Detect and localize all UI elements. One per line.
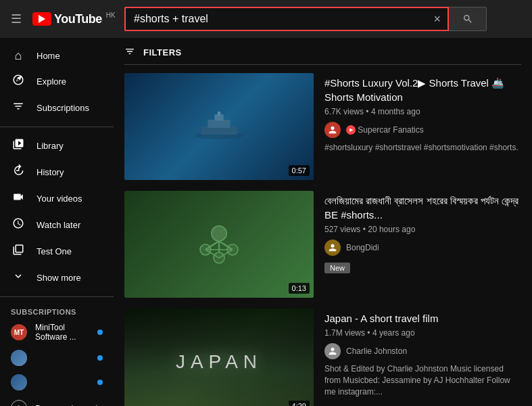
channel-name-2: BongDidi — [346, 243, 379, 252]
filters-icon — [124, 46, 135, 59]
result-title-3[interactable]: Japan - A short travel film — [324, 311, 521, 325]
home-icon: ⌂ — [11, 49, 26, 63]
hamburger-icon[interactable]: ☰ — [11, 12, 22, 26]
sub3-avatar — [11, 374, 27, 390]
sidebar-item-home-label: Home — [37, 51, 60, 61]
new-badge: New — [324, 263, 350, 273]
explore-icon — [11, 74, 26, 89]
result-meta-2: 527 views • 20 hours ago — [324, 225, 521, 234]
svg-rect-3 — [214, 114, 223, 120]
channel-name-3: Charlie Johnston — [346, 346, 407, 356]
sidebar-item-your-videos-label: Your videos — [37, 194, 82, 204]
atomium-svg — [192, 217, 246, 271]
minitool-dot — [97, 330, 103, 335]
duration-3: 4:29 — [289, 401, 310, 406]
watch-later-icon — [11, 217, 26, 233]
ship-svg — [192, 110, 246, 143]
filters-label[interactable]: FILTERS — [143, 47, 182, 58]
main-content: FILTERS 0:57 #Shorts Luxury Vol.2▶ Short… — [114, 38, 532, 406]
svg-rect-4 — [218, 112, 220, 115]
thumbnail-3[interactable]: JAPAN 4:29 — [124, 309, 314, 406]
search-clear-icon[interactable]: × — [427, 12, 448, 26]
sub3-dot — [97, 380, 103, 385]
filters-bar: FILTERS — [124, 38, 521, 65]
region-label: HK — [106, 12, 116, 19]
channel-avatar-3 — [324, 343, 341, 359]
plus-icon: + — [11, 400, 27, 406]
sidebar-item-test-one[interactable]: Test One — [0, 238, 114, 265]
thumbnail-bg-2 — [124, 191, 314, 298]
header: ☰ YouTubeHK × — [0, 0, 532, 38]
supercar-icon-inline: ▶ — [346, 125, 356, 135]
subscription-item-3[interactable] — [0, 370, 114, 394]
header-left: ☰ YouTubeHK — [11, 12, 119, 26]
search-area: × — [124, 7, 521, 31]
svg-rect-2 — [208, 120, 230, 128]
subscription-item-minitool[interactable]: MT MiniTool Software ... — [0, 319, 114, 346]
your-videos-icon — [11, 191, 26, 206]
logo[interactable]: YouTubeHK — [32, 12, 116, 26]
duration-2: 0:13 — [289, 283, 310, 294]
sidebar-item-watch-later[interactable]: Watch later — [0, 212, 114, 238]
sidebar-item-explore[interactable]: Explore — [0, 68, 114, 95]
search-input[interactable] — [126, 13, 427, 25]
thumbnail-bg-3: JAPAN — [124, 309, 314, 406]
result-title-1[interactable]: #Shorts Luxury Vol.2▶ Shorts Travel 🚢 Sh… — [324, 76, 521, 104]
sidebar-item-explore-label: Explore — [37, 76, 66, 87]
sidebar-item-watch-later-label: Watch later — [37, 220, 80, 230]
sidebar-item-library[interactable]: Library — [0, 133, 114, 159]
duration-1: 0:57 — [289, 165, 310, 176]
search-icon — [462, 14, 473, 24]
subscriptions-section-title: SUBSCRIPTIONS — [0, 302, 114, 319]
channel-row-1[interactable]: ▶ Supercar Fanatics — [324, 122, 521, 138]
result-item: 0:57 #Shorts Luxury Vol.2▶ Shorts Travel… — [124, 73, 521, 180]
browse-channels-button[interactable]: + Browse channels — [0, 394, 114, 406]
channel-avatar-2 — [324, 240, 341, 256]
sidebar-divider-1 — [0, 127, 114, 127]
sidebar-divider-2 — [0, 296, 114, 297]
result-info-3: Japan - A short travel film 1.7M views •… — [324, 309, 521, 406]
result-desc-3: Shot & Edited by Charlie Johnston Music … — [324, 363, 521, 397]
result-meta-1: 6.7K views • 4 months ago — [324, 107, 521, 116]
browse-channels-label: Browse channels — [35, 403, 102, 407]
test-one-icon — [11, 244, 26, 259]
sub2-avatar — [11, 350, 27, 366]
result-info-2: বেলজিয়ামের রাজধানী ব্রাসেলস শহরের বিস্ম… — [324, 191, 521, 298]
show-more-button[interactable]: Show more — [0, 265, 114, 291]
search-button[interactable] — [449, 7, 487, 31]
youtube-logo-text: YouTube — [54, 12, 102, 26]
result-item-2: 0:13 বেলজিয়ামের রাজধানী ব্রাসেলস শহরের … — [124, 191, 521, 298]
minitool-label: MiniTool Software ... — [35, 323, 89, 342]
sub2-dot — [97, 355, 103, 361]
channel-avatar-1 — [324, 122, 341, 138]
minitool-avatar: MT — [11, 324, 27, 340]
sidebar-item-subscriptions-label: Subscriptions — [37, 103, 89, 113]
sidebar-item-home[interactable]: ⌂ Home — [0, 43, 114, 68]
svg-point-5 — [212, 226, 226, 241]
sidebar-item-history[interactable]: History — [0, 159, 114, 185]
sidebar-item-history-label: History — [37, 167, 64, 177]
subscription-item-2[interactable] — [0, 346, 114, 370]
channel-row-2[interactable]: BongDidi — [324, 240, 521, 256]
search-bar: × — [124, 7, 449, 31]
thumbnail-bg-1 — [124, 73, 314, 180]
history-icon — [11, 164, 26, 180]
subscriptions-icon — [11, 100, 26, 116]
sidebar-item-subscriptions[interactable]: Subscriptions — [0, 95, 114, 121]
result-desc-1: #shortsluxury #shortstravel #shortsmotiv… — [324, 142, 521, 154]
result-title-2[interactable]: বেলজিয়ামের রাজধানী ব্রাসেলস শহরের বিস্ম… — [324, 194, 521, 222]
chevron-down-icon — [11, 270, 26, 286]
library-icon — [11, 138, 26, 154]
sidebar-item-test-one-label: Test One — [37, 246, 72, 256]
thumbnail-2[interactable]: 0:13 — [124, 191, 314, 298]
youtube-logo-icon — [32, 12, 51, 26]
thumbnail-1[interactable]: 0:57 — [124, 73, 314, 180]
channel-name-1: ▶ Supercar Fanatics — [346, 125, 424, 135]
result-item-3: JAPAN 4:29 Japan - A short travel film 1… — [124, 309, 521, 406]
result-info-1: #Shorts Luxury Vol.2▶ Shorts Travel 🚢 Sh… — [324, 73, 521, 180]
channel-row-3[interactable]: Charlie Johnston — [324, 343, 521, 359]
result-meta-3: 1.7M views • 4 years ago — [324, 328, 521, 338]
show-more-label: Show more — [37, 273, 81, 283]
sidebar-item-your-videos[interactable]: Your videos — [0, 185, 114, 212]
sidebar-item-library-label: Library — [37, 141, 64, 151]
